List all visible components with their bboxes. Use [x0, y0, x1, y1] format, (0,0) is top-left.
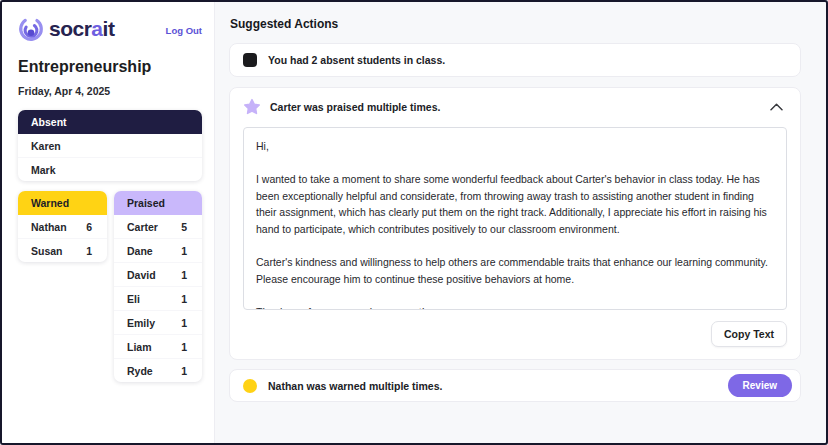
student-count: 1: [181, 341, 189, 353]
star-icon: [243, 98, 261, 116]
student-count: 6: [86, 221, 94, 233]
student-row: Ryde1: [114, 358, 202, 382]
praised-roster: Carter5Dane1David1Eli1Emily1Liam1Ryde1: [114, 215, 202, 382]
sidebar-roster-row: Warned Nathan6Susan1 Praised Carter5Dane…: [18, 191, 202, 382]
student-row: Karen: [18, 134, 202, 157]
student-count: 1: [181, 365, 189, 377]
student-name: Eli: [127, 293, 140, 305]
sidebar-header: socrait Log Out: [18, 16, 204, 42]
absent-list-header: Absent: [18, 110, 202, 134]
warning-card-text: Nathan was warned multiple times.: [268, 380, 442, 392]
absent-summary-card: You had 2 absent students in class.: [229, 43, 801, 77]
chevron-up-icon: [770, 103, 783, 111]
warning-card: Nathan was warned multiple times. Review: [229, 369, 801, 402]
student-name: Emily: [127, 317, 155, 329]
logo-icon: [18, 16, 44, 42]
warned-list-header: Warned: [18, 191, 107, 215]
student-row: Susan1: [18, 238, 107, 262]
student-row: Carter5: [114, 215, 202, 238]
yellow-circle-icon: [243, 379, 257, 393]
praise-card-text: Carter was praised multiple times.: [270, 101, 757, 113]
logo-text: socrait: [49, 17, 114, 41]
app-window: socrait Log Out Entrepreneurship Friday,…: [0, 0, 828, 445]
review-button[interactable]: Review: [728, 374, 792, 397]
praise-card-actions: Copy Text: [243, 321, 787, 347]
student-name: Liam: [127, 341, 152, 353]
student-count: 1: [86, 245, 94, 257]
student-row: Eli1: [114, 286, 202, 310]
student-row: Nathan6: [18, 215, 107, 238]
warning-card-left: Nathan was warned multiple times.: [243, 379, 442, 393]
dark-square-icon: [243, 53, 257, 67]
logo: socrait: [18, 16, 114, 42]
student-row: Dane1: [114, 238, 202, 262]
praise-message-text[interactable]: Hi, I wanted to take a moment to share s…: [243, 127, 787, 310]
page-title: Suggested Actions: [230, 17, 801, 31]
student-name: Ryde: [127, 365, 153, 377]
student-name: Karen: [31, 140, 61, 152]
logout-link[interactable]: Log Out: [166, 25, 202, 36]
student-count: 1: [181, 293, 189, 305]
praise-card: Carter was praised multiple times. Hi, I…: [229, 87, 801, 360]
absent-summary-text: You had 2 absent students in class.: [268, 54, 445, 66]
praise-card-header[interactable]: Carter was praised multiple times.: [243, 98, 787, 116]
copy-text-button[interactable]: Copy Text: [711, 321, 787, 347]
student-name: Mark: [31, 164, 56, 176]
student-name: Carter: [127, 221, 158, 233]
absent-roster: KarenMark: [18, 134, 202, 181]
student-name: David: [127, 269, 156, 281]
class-date: Friday, Apr 4, 2025: [18, 85, 204, 97]
collapse-button[interactable]: [766, 101, 787, 113]
class-title: Entrepreneurship: [18, 58, 204, 76]
student-name: Susan: [31, 245, 63, 257]
student-name: Dane: [127, 245, 153, 257]
student-row: David1: [114, 262, 202, 286]
student-row: Mark: [18, 157, 202, 181]
sidebar: socrait Log Out Entrepreneurship Friday,…: [2, 2, 215, 443]
student-name: Nathan: [31, 221, 67, 233]
warned-roster: Nathan6Susan1: [18, 215, 107, 262]
student-row: Emily1: [114, 310, 202, 334]
student-count: 1: [181, 317, 189, 329]
absent-list-card: Absent KarenMark: [18, 110, 202, 181]
warned-list-card: Warned Nathan6Susan1: [18, 191, 107, 262]
student-row: Liam1: [114, 334, 202, 358]
praised-list-header: Praised: [114, 191, 202, 215]
student-count: 1: [181, 269, 189, 281]
praised-list-card: Praised Carter5Dane1David1Eli1Emily1Liam…: [114, 191, 202, 382]
student-count: 5: [181, 221, 189, 233]
student-count: 1: [181, 245, 189, 257]
main-panel: Suggested Actions You had 2 absent stude…: [215, 2, 826, 443]
